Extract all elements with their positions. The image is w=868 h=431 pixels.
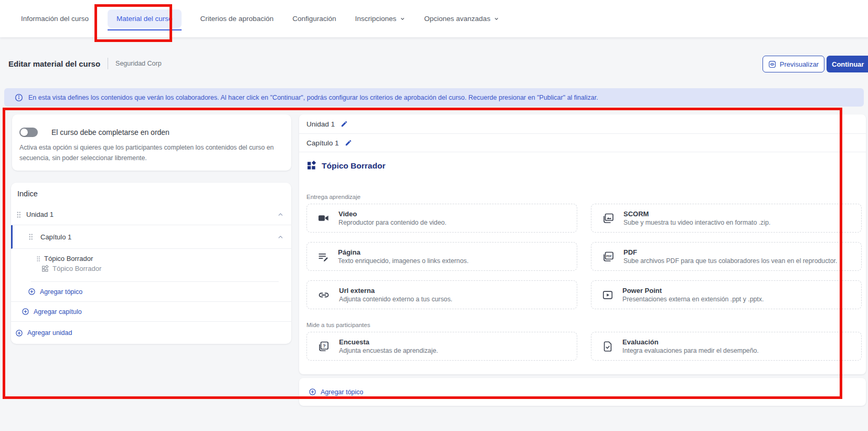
section-label-measure: Mide a tus participantes xyxy=(306,322,866,328)
edit-chapter-button[interactable] xyxy=(345,139,352,146)
editor-panel: Unidad 1 Capítulo 1 Tópico Borrador Entr… xyxy=(299,114,866,374)
widgets-icon xyxy=(41,265,49,272)
scorm-icon xyxy=(602,212,615,225)
survey-icon: ? xyxy=(317,340,330,353)
editor-chapter-label: Capítulo 1 xyxy=(306,139,339,147)
svg-text:?: ? xyxy=(323,343,326,349)
content-card-power-point[interactable]: Power Point Presentaciones externa en ex… xyxy=(591,280,862,309)
content-card-video[interactable]: Video Reproductor para contenido de vide… xyxy=(306,204,577,233)
chevron-down-icon xyxy=(494,16,499,22)
add-chapter-link[interactable]: Agregar capítulo xyxy=(11,302,291,322)
card-title: Página xyxy=(338,248,469,256)
card-description: Adjunta encuestas de aprendizaje. xyxy=(339,347,438,354)
card-title: Evaluación xyxy=(622,338,759,346)
card-description: Adjunta contenido externo a tus cursos. xyxy=(339,296,452,303)
drag-handle-icon[interactable] xyxy=(36,256,40,262)
card-title: PDF xyxy=(623,248,837,256)
card-title: Video xyxy=(338,210,447,218)
add-topic-link[interactable]: Agregar tópico xyxy=(11,282,291,302)
content-card-encuesta[interactable]: ? Encuesta Adjunta encuestas de aprendiz… xyxy=(306,332,577,361)
evaluation-icon xyxy=(602,341,613,352)
video-icon xyxy=(317,212,330,224)
card-description: Reproductor para contenido de video. xyxy=(338,219,447,226)
preview-button[interactable]: Previsualizar xyxy=(763,56,824,72)
editor-add-topic-label: Agregar tópico xyxy=(321,388,363,396)
tab-inscripciones[interactable]: Inscripciones xyxy=(355,15,406,23)
drag-handle-icon[interactable] xyxy=(16,211,21,218)
tree-row-topic[interactable]: Tópico Borrador xyxy=(36,255,291,262)
card-description: Sube y muestra tu video interactivo en f… xyxy=(623,219,770,226)
continue-button[interactable]: Continuar xyxy=(827,56,868,72)
index-title: Indice xyxy=(11,183,291,204)
card-description: Integra evaluaciones para medir el desem… xyxy=(622,347,759,354)
collapse-chapter-control[interactable] xyxy=(277,234,284,240)
tab-opciones-avanzadas[interactable]: Opciones avanzadas xyxy=(424,15,499,23)
plus-circle-icon xyxy=(28,288,36,296)
tree-chapter-label: Capítulo 1 xyxy=(40,233,71,241)
add-topic-label: Agregar tópico xyxy=(40,288,82,296)
card-description: Texto enriquecido, imagenes o links exte… xyxy=(338,257,469,265)
tab-criterios-de-aprobacion[interactable]: Criterios de aprobación xyxy=(200,15,274,23)
top-tab-bar: Información del curso Material del curso… xyxy=(0,0,868,37)
content-card-pdf[interactable]: PDF PDF Sube archivos PDF para que tus c… xyxy=(591,242,862,271)
continue-button-label: Continuar xyxy=(832,60,864,68)
complete-in-order-label: El curso debe completarse en orden xyxy=(51,128,170,136)
card-title: Encuesta xyxy=(339,338,438,346)
info-banner: En esta vista defines los contenidos que… xyxy=(4,88,864,107)
tab-inscripciones-label: Inscripciones xyxy=(355,15,397,23)
eye-icon xyxy=(768,60,776,68)
content-card-evaluacion[interactable]: Evaluación Integra evaluaciones para med… xyxy=(591,332,862,361)
svg-text:PDF: PDF xyxy=(606,254,611,257)
tab-informacion-del-curso[interactable]: Información del curso xyxy=(21,15,89,23)
drag-handle-icon[interactable] xyxy=(28,233,33,240)
content-card-pagina[interactable]: Página Texto enriquecido, imagenes o lin… xyxy=(306,242,577,271)
topic-heading: Tópico Borrador xyxy=(306,161,866,171)
plus-circle-icon xyxy=(15,329,23,337)
editor-unit-label: Unidad 1 xyxy=(306,120,335,128)
page-icon xyxy=(317,251,329,262)
card-title: Url externa xyxy=(339,287,452,295)
edit-unit-button[interactable] xyxy=(341,120,348,128)
tab-material-del-curso[interactable]: Material del curso xyxy=(108,9,182,28)
tree-row-chapter[interactable]: Capítulo 1 xyxy=(11,225,291,249)
content-card-scorm[interactable]: SCORM Sube y muestra tu video interactiv… xyxy=(591,204,862,233)
topic-heading-label: Tópico Borrador xyxy=(322,161,385,171)
tree-unit-label: Unidad 1 xyxy=(26,211,54,218)
delivery-cards-grid: Video Reproductor para contenido de vide… xyxy=(306,204,862,309)
chevron-down-icon xyxy=(400,16,405,22)
add-unit-label: Agregar unidad xyxy=(27,329,72,337)
toggle-knob xyxy=(20,129,28,136)
add-unit-link[interactable]: Agregar unidad xyxy=(11,322,291,344)
widgets-icon xyxy=(306,161,316,171)
info-banner-text: En esta vista defines los contenidos que… xyxy=(28,94,598,101)
tab-configuracion[interactable]: Configuración xyxy=(292,15,336,23)
tree-topic-content-label: Tópico Borrador xyxy=(52,265,101,272)
editor-chapter-row: Capítulo 1 xyxy=(299,134,866,152)
info-icon xyxy=(15,93,23,102)
section-label-delivery: Entrega aprendizaje xyxy=(306,194,866,200)
plus-circle-icon xyxy=(22,308,29,316)
add-chapter-label: Agregar capítulo xyxy=(34,308,82,316)
collapse-unit-control[interactable] xyxy=(277,211,284,218)
pencil-icon xyxy=(341,120,348,128)
card-description: Sube archivos PDF para que tus colaborad… xyxy=(623,257,837,265)
card-title: Power Point xyxy=(622,287,764,295)
card-title: SCORM xyxy=(623,210,770,218)
title-separator xyxy=(108,58,108,69)
plus-circle-icon xyxy=(309,388,316,396)
tab-opciones-avanzadas-label: Opciones avanzadas xyxy=(424,15,490,23)
ppt-icon xyxy=(602,289,613,301)
pencil-icon xyxy=(345,139,352,146)
complete-in-order-description: Activa esta opción si quieres que los pa… xyxy=(19,142,282,164)
card-description: Presentaciones externa en extensión .ppt… xyxy=(622,296,764,303)
content-card-url-externa[interactable]: Url externa Adjunta contenido externo a … xyxy=(306,280,577,309)
tree-topic-block: Tópico Borrador Tópico Borrador xyxy=(11,249,291,277)
tree-row-unit[interactable]: Unidad 1 xyxy=(11,204,291,225)
chevron-up-icon xyxy=(277,234,284,240)
tree-topic-content[interactable]: Tópico Borrador xyxy=(41,265,291,272)
complete-in-order-toggle[interactable] xyxy=(19,128,38,137)
editor-add-topic-link[interactable]: Agregar tópico xyxy=(299,378,866,406)
tree-topic-label: Tópico Borrador xyxy=(44,255,93,262)
chevron-up-icon xyxy=(277,211,284,218)
editor-unit-row: Unidad 1 xyxy=(299,114,866,134)
